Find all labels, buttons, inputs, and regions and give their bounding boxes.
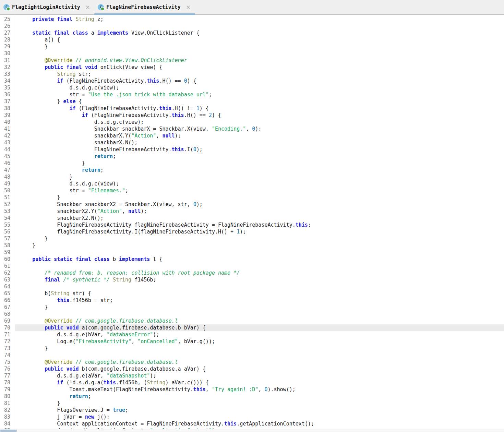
code-line: 33 String str;: [0, 71, 504, 77]
line-number: 28: [0, 36, 15, 43]
code-line: 28 a() {: [0, 36, 504, 43]
line-number: 65: [0, 290, 15, 297]
line-number: 80: [0, 393, 15, 400]
horizontal-scrollbar[interactable]: [0, 429, 504, 432]
line-number: 53: [0, 208, 15, 215]
code-text: return;: [15, 153, 504, 160]
line-number: 40: [0, 119, 15, 125]
code-text: }: [15, 400, 504, 407]
code-line: 49 d.s.d.g.c(view);: [0, 180, 504, 187]
code-line: 25 private final String z;: [0, 16, 504, 23]
code-line: 83 j jVar = new j();: [0, 413, 504, 420]
tab-flagninefirebaseactivity[interactable]: CFlagNineFirebaseActivity×: [94, 0, 195, 14]
line-number: 27: [0, 29, 15, 36]
code-line: 46 }: [0, 160, 504, 167]
line-number: 81: [0, 400, 15, 407]
code-text: final /* synthetic */ String f1456b;: [15, 276, 504, 283]
code-line: 74: [0, 352, 504, 359]
code-text: String str;: [15, 71, 504, 77]
code-line: 60 public static final class b implement…: [0, 256, 504, 263]
line-number: 32: [0, 64, 15, 71]
code-line: 78 if (!d.s.d.g.a(this.f1456b, (String) …: [0, 379, 504, 386]
code-line: 48 }: [0, 173, 504, 180]
close-icon[interactable]: ×: [186, 4, 191, 10]
line-number: 68: [0, 311, 15, 317]
code-line: 68: [0, 311, 504, 317]
line-number: 66: [0, 297, 15, 304]
line-number: 75: [0, 359, 15, 365]
code-line: 58 }: [0, 242, 504, 249]
code-line: 30: [0, 50, 504, 57]
code-text: FlagNineFirebaseActivity flagNineFirebas…: [15, 221, 504, 228]
code-text: str = "Filenames.";: [15, 187, 504, 194]
line-number: 34: [0, 77, 15, 84]
code-line: 29 }: [0, 43, 504, 50]
code-text: snackbarX.Y("Action", null);: [15, 132, 504, 139]
code-text: }: [15, 43, 504, 50]
code-text: public final void onClick(View view) {: [15, 64, 504, 71]
code-line: 51 }: [0, 194, 504, 201]
code-line: 38 if (FlagNineFirebaseActivity.this.H()…: [0, 105, 504, 112]
line-number: 83: [0, 413, 15, 420]
code-line: 44 FlagNineFirebaseActivity.this.I(0);: [0, 146, 504, 153]
code-text: [15, 283, 504, 290]
code-line: 52 Snackbar snackbarX2 = Snackbar.X(view…: [0, 201, 504, 208]
code-text: return;: [15, 167, 504, 173]
code-text: @Override // com.google.firebase.databas…: [15, 359, 504, 365]
code-text: if (FlagNineFirebaseActivity.this.H() !=…: [15, 105, 504, 112]
code-text: Snackbar snackbarX = Snackbar.X(view, "E…: [15, 125, 504, 132]
code-text: snackbarX.N();: [15, 139, 504, 146]
code-text: [15, 311, 504, 317]
line-number: 41: [0, 125, 15, 132]
line-number: 78: [0, 379, 15, 386]
line-number: 61: [0, 263, 15, 269]
code-text: }: [15, 345, 504, 352]
line-number: 79: [0, 386, 15, 393]
code-text: [15, 249, 504, 256]
code-text: private final String z;: [15, 16, 504, 23]
code-line: 65 b(String str) {: [0, 290, 504, 297]
code-line: 79 Toast.makeText(FlagNineFirebaseActivi…: [0, 386, 504, 393]
code-editor[interactable]: 25 private final String z;2627 static fi…: [0, 15, 504, 432]
code-line: 84 Context applicationContext = FlagNine…: [0, 420, 504, 427]
code-text: /* renamed from: b, reason: collision wi…: [15, 269, 504, 276]
code-text: str = "Use the .json trick with database…: [15, 91, 504, 98]
class-icon: C: [3, 4, 10, 10]
line-number: 58: [0, 242, 15, 249]
code-line: 69 @Override // com.google.firebase.data…: [0, 317, 504, 324]
code-text: flagNineFirebaseActivity.I(flagNineFireb…: [15, 228, 504, 235]
line-number: 30: [0, 50, 15, 57]
line-number: 54: [0, 215, 15, 221]
code-line: 34 if (FlagNineFirebaseActivity.this.H()…: [0, 77, 504, 84]
code-line: 36 str = "Use the .json trick with datab…: [0, 91, 504, 98]
code-line: 62 /* renamed from: b, reason: collision…: [0, 269, 504, 276]
line-number: 73: [0, 345, 15, 352]
code-text: @Override // com.google.firebase.databas…: [15, 317, 504, 324]
line-number: 69: [0, 317, 15, 324]
tab-flageightloginactivity[interactable]: CFlagEightLoginActivity×: [0, 0, 94, 14]
code-line: 80 return;: [0, 393, 504, 400]
line-number: 46: [0, 160, 15, 167]
horizontal-scrollbar-thumb[interactable]: [0, 430, 17, 432]
code-text: Log.e("FirebaseActivity", "onCancelled",…: [15, 338, 504, 345]
line-number: 47: [0, 167, 15, 173]
line-number: 51: [0, 194, 15, 201]
code-text: [15, 352, 504, 359]
code-text: public void a(com.google.firebase.databa…: [15, 324, 504, 331]
code-line: 35 d.s.d.g.c(view);: [0, 84, 504, 91]
code-line: 32 public final void onClick(View view) …: [0, 64, 504, 71]
line-number: 50: [0, 187, 15, 194]
code-line: 37 } else {: [0, 98, 504, 105]
line-number: 76: [0, 365, 15, 372]
code-text: public static final class b implements l…: [15, 256, 504, 263]
code-line: 70 public void a(com.google.firebase.dat…: [0, 324, 504, 331]
close-icon[interactable]: ×: [85, 4, 90, 10]
line-number: 84: [0, 420, 15, 427]
code-text: if (FlagNineFirebaseActivity.this.H() ==…: [15, 112, 504, 119]
code-line: 31 @Override // android.view.View.OnClic…: [0, 57, 504, 64]
line-number: 44: [0, 146, 15, 153]
code-line: 72 Log.e("FirebaseActivity", "onCancelle…: [0, 338, 504, 345]
code-line: 53 snackbarX2.Y("Action", null);: [0, 208, 504, 215]
code-line: 54 snackbarX2.N();: [0, 215, 504, 221]
code-text: if (FlagNineFirebaseActivity.this.H() ==…: [15, 77, 504, 84]
